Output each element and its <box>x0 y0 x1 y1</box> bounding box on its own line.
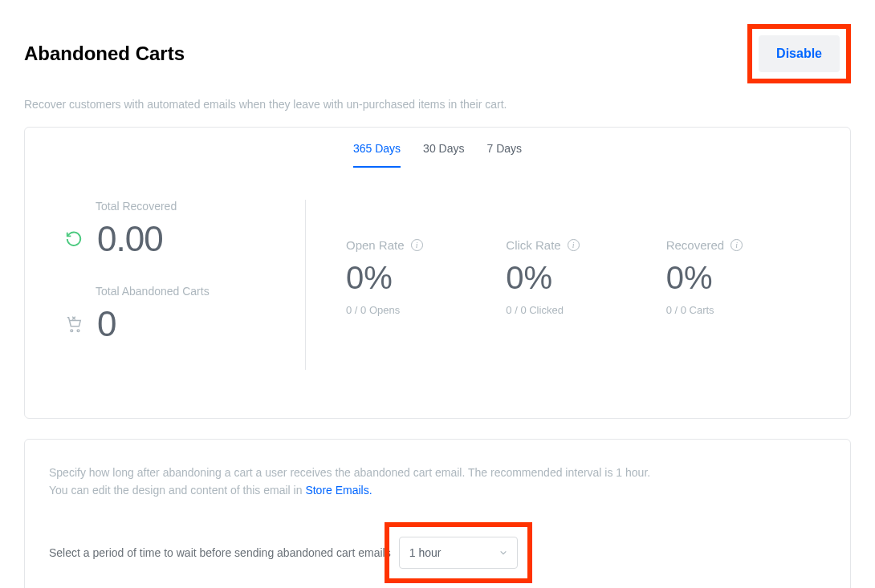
info-icon[interactable]: i <box>568 239 580 251</box>
disable-button[interactable]: Disable <box>759 35 840 72</box>
recover-icon <box>65 230 83 248</box>
chevron-down-icon <box>499 549 507 557</box>
open-rate-label: Open Rate <box>346 238 405 252</box>
total-abandoned-label: Total Abandoned Carts <box>96 285 289 298</box>
wait-period-select[interactable]: 1 hour <box>399 537 518 569</box>
info-icon[interactable]: i <box>731 239 743 251</box>
settings-description-line2-prefix: You can edit the design and content of t… <box>49 484 305 497</box>
page-subtitle: Recover customers with automated emails … <box>0 91 875 127</box>
cart-icon <box>65 315 83 333</box>
total-abandoned-value: 0 <box>97 304 116 344</box>
open-rate-value: 0% <box>346 260 490 296</box>
recovered-value: 0% <box>666 260 810 296</box>
settings-description-line1: Specify how long after abandoning a cart… <box>49 464 826 481</box>
page-title: Abandoned Carts <box>24 43 185 65</box>
tab-7-days[interactable]: 7 Days <box>486 142 522 168</box>
stats-card: 365 Days 30 Days 7 Days Total Recovered … <box>24 127 851 419</box>
select-highlight-box: 1 hour <box>385 522 532 583</box>
total-recovered-value: 0.00 <box>97 219 163 259</box>
recovered-sub: 0 / 0 Carts <box>666 304 810 316</box>
tab-365-days[interactable]: 365 Days <box>353 142 401 168</box>
recovered-label: Recovered <box>666 238 725 252</box>
svg-point-1 <box>77 330 79 332</box>
info-icon[interactable]: i <box>411 239 423 251</box>
click-rate-label: Click Rate <box>506 238 560 252</box>
open-rate-sub: 0 / 0 Opens <box>346 304 490 316</box>
store-emails-link[interactable]: Store Emails. <box>305 484 372 497</box>
tab-30-days[interactable]: 30 Days <box>423 142 464 168</box>
date-range-tabs: 365 Days 30 Days 7 Days <box>25 128 850 168</box>
click-rate-sub: 0 / 0 Clicked <box>506 304 649 316</box>
disable-highlight-box: Disable <box>747 24 851 83</box>
svg-point-0 <box>71 330 73 332</box>
wait-period-label: Select a period of time to wait before s… <box>49 546 391 559</box>
click-rate-value: 0% <box>506 260 649 296</box>
wait-period-value: 1 hour <box>409 546 442 559</box>
total-recovered-label: Total Recovered <box>96 200 289 213</box>
settings-card: Specify how long after abandoning a cart… <box>24 439 851 588</box>
